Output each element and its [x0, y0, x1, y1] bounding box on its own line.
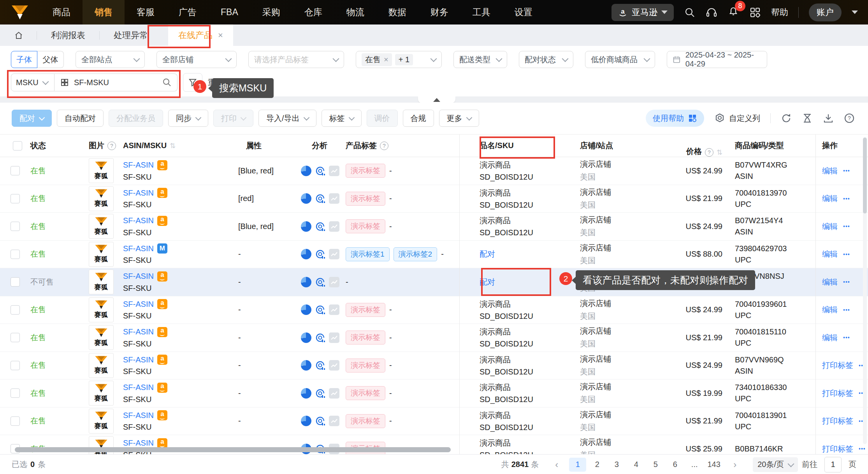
pie-analysis-icon[interactable] — [301, 332, 311, 343]
product-image[interactable]: 赛狐 — [89, 214, 114, 239]
row-action-link[interactable]: 编辑 — [822, 249, 838, 259]
pie-analysis-icon[interactable] — [301, 249, 311, 259]
collapse-filter-handle[interactable] — [418, 96, 455, 103]
toolbar-button[interactable]: 导入/导出 — [258, 110, 316, 127]
product-image[interactable]: 赛狐 — [89, 186, 114, 211]
sort-icon[interactable]: ⇅ — [170, 142, 176, 150]
trend-disabled-icon[interactable] — [329, 166, 339, 176]
asin-link[interactable]: SF-ASIN — [123, 383, 154, 392]
tab-handle-exceptions[interactable]: 处理异常 — [104, 30, 158, 41]
nav-item[interactable]: 仓库 — [292, 0, 334, 24]
more-actions-icon[interactable]: ••• — [843, 307, 850, 313]
ad-analysis-icon[interactable] — [315, 332, 325, 343]
more-actions-icon[interactable]: ••• — [859, 446, 866, 452]
pie-analysis-icon[interactable] — [301, 388, 311, 399]
delivery-type-select[interactable]: 配送类型 — [453, 51, 507, 68]
search-icon[interactable] — [162, 78, 172, 87]
product-tag-select[interactable]: 请选择产品标签 — [248, 51, 344, 68]
shop-select[interactable]: 全部店铺 — [156, 51, 237, 68]
apps-grid-icon[interactable] — [749, 7, 761, 18]
row-checkbox[interactable] — [11, 166, 20, 175]
product-image[interactable]: 赛狐 — [89, 242, 114, 267]
home-icon[interactable] — [14, 31, 23, 40]
product-image[interactable]: 赛狐 — [89, 325, 114, 350]
product-image[interactable]: 赛狐 — [89, 297, 114, 322]
pie-analysis-icon[interactable] — [301, 277, 311, 287]
pie-analysis-icon[interactable] — [301, 193, 311, 204]
pie-analysis-icon[interactable] — [301, 221, 311, 232]
more-actions-icon[interactable]: ••• — [843, 168, 850, 174]
asin-link[interactable]: SF-ASIN — [123, 327, 154, 336]
row-action-link[interactable]: 打印标签 — [822, 416, 853, 426]
pie-analysis-icon[interactable] — [301, 166, 311, 176]
tab-online-products[interactable]: 在线产品 × — [168, 24, 233, 46]
ad-analysis-icon[interactable] — [315, 416, 325, 426]
ad-analysis-icon[interactable] — [315, 360, 325, 371]
remove-tag-icon[interactable]: × — [384, 55, 388, 64]
sale-status-select[interactable]: 在售× + 1 — [356, 51, 442, 68]
pair-link[interactable]: 配对 — [480, 249, 568, 259]
product-image[interactable]: 赛狐 — [89, 269, 114, 294]
toolbar-button[interactable]: 配对 — [12, 110, 52, 127]
page-number[interactable]: 1 — [569, 458, 586, 472]
row-checkbox[interactable] — [11, 277, 20, 287]
question-circle-icon[interactable]: ? — [844, 113, 855, 124]
trend-disabled-icon[interactable] — [329, 360, 339, 371]
refresh-icon[interactable] — [781, 113, 792, 124]
row-checkbox[interactable] — [11, 416, 20, 426]
select-all-checkbox[interactable] — [13, 141, 22, 150]
pie-analysis-icon[interactable] — [301, 360, 311, 371]
row-checkbox[interactable] — [11, 333, 20, 342]
trend-disabled-icon[interactable] — [329, 388, 339, 399]
nav-item[interactable]: 销售 — [83, 0, 125, 24]
row-checkbox[interactable] — [11, 222, 20, 231]
row-action-link[interactable]: 编辑 — [822, 221, 838, 232]
more-actions-icon[interactable]: ••• — [843, 334, 850, 341]
next-page-button[interactable]: › — [726, 458, 743, 472]
row-action-link[interactable]: 编辑 — [822, 277, 838, 287]
nav-item[interactable]: 客服 — [125, 0, 167, 24]
trend-disabled-icon[interactable] — [329, 249, 339, 259]
asin-link[interactable]: SF-ASIN — [123, 272, 154, 281]
row-checkbox[interactable] — [11, 250, 20, 259]
more-actions-icon[interactable]: ••• — [843, 223, 850, 229]
row-action-link[interactable]: 打印标签 — [822, 360, 853, 371]
help-circle-icon[interactable]: ? — [380, 142, 388, 150]
asin-link[interactable]: SF-ASIN — [123, 355, 154, 364]
pairing-status-select[interactable]: 配对状态 — [519, 51, 573, 68]
trend-disabled-icon[interactable] — [329, 221, 339, 232]
vertical-scrollbar[interactable] — [863, 138, 867, 213]
ad-analysis-icon[interactable] — [315, 388, 325, 399]
date-range-picker[interactable]: 2025-04-23 ~ 2025-04-29 — [667, 51, 767, 68]
lowprice-select[interactable]: 低价商城商品 — [585, 51, 655, 68]
nav-item[interactable]: 商品 — [40, 0, 83, 24]
asin-link[interactable]: SF-ASIN — [123, 300, 154, 309]
site-select[interactable]: 全部站点 — [76, 51, 145, 68]
row-action-link[interactable]: 打印标签 — [822, 444, 853, 454]
row-action-link[interactable]: 编辑 — [822, 332, 838, 343]
row-checkbox[interactable] — [11, 305, 20, 315]
toolbar-button[interactable]: 更多 — [439, 110, 479, 127]
close-icon[interactable]: × — [218, 30, 223, 40]
horizontal-scrollbar[interactable] — [15, 447, 451, 452]
asin-link[interactable]: SF-ASIN — [123, 216, 154, 225]
nav-item[interactable]: 设置 — [503, 0, 545, 24]
asin-link[interactable]: SF-ASIN — [123, 189, 154, 198]
page-number[interactable]: 5 — [647, 458, 664, 472]
product-image[interactable]: 赛狐 — [89, 409, 114, 434]
nav-item[interactable]: 工具 — [460, 0, 503, 24]
account-chevron-icon[interactable] — [852, 10, 858, 14]
search-input[interactable]: SF-MSKU — [54, 73, 177, 91]
customize-columns-button[interactable]: 自定义列 — [714, 113, 760, 124]
search-icon[interactable] — [684, 7, 696, 18]
nav-item[interactable]: 财务 — [418, 0, 460, 24]
row-action-link[interactable]: 打印标签 — [822, 388, 853, 399]
row-checkbox[interactable] — [11, 388, 20, 398]
page-number[interactable]: 143 — [705, 458, 722, 472]
more-actions-icon[interactable]: ••• — [843, 196, 850, 202]
nav-item[interactable]: 广告 — [167, 0, 209, 24]
ad-analysis-icon[interactable] — [315, 166, 325, 176]
asin-link[interactable]: SF-ASIN — [123, 161, 154, 170]
platform-selector[interactable]: a 亚马逊 — [611, 4, 674, 21]
goto-page-input[interactable]: 1 — [824, 457, 842, 472]
